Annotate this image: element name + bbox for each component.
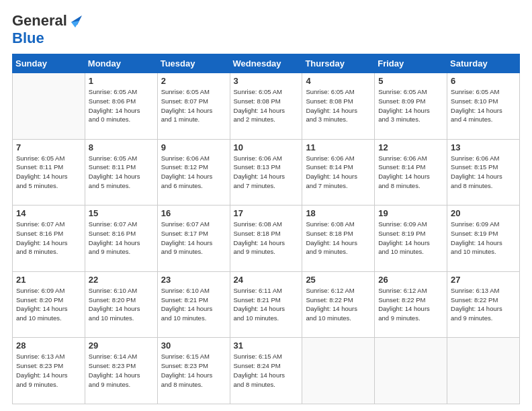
day-number: 1 [89, 76, 154, 86]
calendar-cell: 25Sunrise: 6:12 AM Sunset: 8:22 PM Dayli… [302, 271, 375, 338]
day-info: Sunrise: 6:12 AM Sunset: 8:22 PM Dayligh… [306, 286, 371, 323]
calendar-cell: 28Sunrise: 6:13 AM Sunset: 8:23 PM Dayli… [13, 338, 85, 404]
calendar-cell: 11Sunrise: 6:06 AM Sunset: 8:14 PM Dayli… [302, 139, 375, 205]
weekday-header: Friday [375, 54, 447, 73]
day-number: 21 [16, 275, 81, 285]
day-number: 20 [451, 208, 516, 218]
day-number: 12 [378, 142, 443, 152]
calendar-cell: 19Sunrise: 6:09 AM Sunset: 8:19 PM Dayli… [375, 205, 447, 272]
day-info: Sunrise: 6:15 AM Sunset: 8:23 PM Dayligh… [161, 352, 226, 389]
day-number: 7 [16, 142, 81, 152]
day-number: 24 [234, 275, 299, 285]
day-number: 28 [16, 340, 81, 351]
calendar-cell: 16Sunrise: 6:07 AM Sunset: 8:17 PM Dayli… [157, 205, 230, 272]
day-number: 9 [161, 142, 226, 152]
day-info: Sunrise: 6:05 AM Sunset: 8:10 PM Dayligh… [451, 87, 516, 124]
day-info: Sunrise: 6:09 AM Sunset: 8:19 PM Dayligh… [378, 220, 443, 257]
calendar-cell [302, 338, 375, 404]
day-number: 30 [161, 340, 226, 351]
day-number: 13 [451, 142, 516, 152]
day-info: Sunrise: 6:11 AM Sunset: 8:21 PM Dayligh… [234, 286, 299, 323]
calendar-cell: 2Sunrise: 6:05 AM Sunset: 8:07 PM Daylig… [157, 73, 230, 140]
day-number: 16 [161, 208, 226, 218]
calendar-cell: 22Sunrise: 6:10 AM Sunset: 8:20 PM Dayli… [85, 271, 157, 338]
page: GeneralBlue SundayMondayTuesdayWednesday… [0, 0, 532, 411]
calendar-cell: 8Sunrise: 6:05 AM Sunset: 8:11 PM Daylig… [85, 139, 157, 205]
calendar-week-row: 7Sunrise: 6:05 AM Sunset: 8:11 PM Daylig… [13, 139, 520, 205]
day-number: 5 [378, 76, 443, 86]
weekday-header: Sunday [13, 54, 85, 73]
day-info: Sunrise: 6:10 AM Sunset: 8:20 PM Dayligh… [89, 286, 154, 323]
day-info: Sunrise: 6:07 AM Sunset: 8:17 PM Dayligh… [161, 220, 226, 257]
calendar-cell: 10Sunrise: 6:06 AM Sunset: 8:13 PM Dayli… [230, 139, 302, 205]
calendar-cell: 21Sunrise: 6:09 AM Sunset: 8:20 PM Dayli… [13, 271, 85, 338]
calendar-cell: 1Sunrise: 6:05 AM Sunset: 8:06 PM Daylig… [85, 73, 157, 140]
day-info: Sunrise: 6:06 AM Sunset: 8:14 PM Dayligh… [378, 154, 443, 191]
day-info: Sunrise: 6:06 AM Sunset: 8:15 PM Dayligh… [451, 154, 516, 191]
day-number: 2 [161, 76, 226, 86]
day-info: Sunrise: 6:07 AM Sunset: 8:16 PM Dayligh… [16, 220, 81, 257]
weekday-header: Saturday [447, 54, 520, 73]
calendar-cell: 5Sunrise: 6:05 AM Sunset: 8:09 PM Daylig… [375, 73, 447, 140]
calendar-cell: 17Sunrise: 6:08 AM Sunset: 8:18 PM Dayli… [230, 205, 302, 272]
calendar-cell: 29Sunrise: 6:14 AM Sunset: 8:23 PM Dayli… [85, 338, 157, 404]
weekday-header: Thursday [302, 54, 375, 73]
day-info: Sunrise: 6:05 AM Sunset: 8:08 PM Dayligh… [306, 87, 371, 124]
weekday-header: Tuesday [157, 54, 230, 73]
day-number: 8 [89, 142, 154, 152]
day-number: 15 [89, 208, 154, 218]
header: GeneralBlue [12, 12, 520, 47]
calendar-cell [13, 73, 85, 140]
day-number: 26 [378, 275, 443, 285]
day-number: 18 [306, 208, 371, 218]
calendar-cell: 9Sunrise: 6:06 AM Sunset: 8:12 PM Daylig… [157, 139, 230, 205]
day-info: Sunrise: 6:08 AM Sunset: 8:18 PM Dayligh… [306, 220, 371, 257]
weekday-header: Wednesday [230, 54, 302, 73]
day-info: Sunrise: 6:09 AM Sunset: 8:20 PM Dayligh… [16, 286, 81, 323]
calendar-cell: 3Sunrise: 6:05 AM Sunset: 8:08 PM Daylig… [230, 73, 302, 140]
day-number: 31 [234, 340, 299, 351]
calendar-cell: 7Sunrise: 6:05 AM Sunset: 8:11 PM Daylig… [13, 139, 85, 205]
day-info: Sunrise: 6:13 AM Sunset: 8:23 PM Dayligh… [16, 352, 81, 389]
day-number: 6 [451, 76, 516, 86]
day-info: Sunrise: 6:14 AM Sunset: 8:23 PM Dayligh… [89, 352, 154, 389]
day-info: Sunrise: 6:12 AM Sunset: 8:22 PM Dayligh… [378, 286, 443, 323]
calendar-cell: 31Sunrise: 6:15 AM Sunset: 8:24 PM Dayli… [230, 338, 302, 404]
calendar-cell: 23Sunrise: 6:10 AM Sunset: 8:21 PM Dayli… [157, 271, 230, 338]
logo: GeneralBlue [12, 12, 83, 47]
calendar-cell: 12Sunrise: 6:06 AM Sunset: 8:14 PM Dayli… [375, 139, 447, 205]
day-number: 4 [306, 76, 371, 86]
calendar-cell: 30Sunrise: 6:15 AM Sunset: 8:23 PM Dayli… [157, 338, 230, 404]
calendar-cell: 6Sunrise: 6:05 AM Sunset: 8:10 PM Daylig… [447, 73, 520, 140]
calendar-cell: 4Sunrise: 6:05 AM Sunset: 8:08 PM Daylig… [302, 73, 375, 140]
day-info: Sunrise: 6:10 AM Sunset: 8:21 PM Dayligh… [161, 286, 226, 323]
day-info: Sunrise: 6:05 AM Sunset: 8:08 PM Dayligh… [234, 87, 299, 124]
calendar-week-row: 28Sunrise: 6:13 AM Sunset: 8:23 PM Dayli… [13, 338, 520, 404]
calendar-header-row: SundayMondayTuesdayWednesdayThursdayFrid… [13, 54, 520, 73]
calendar-cell [447, 338, 520, 404]
day-info: Sunrise: 6:05 AM Sunset: 8:09 PM Dayligh… [378, 87, 443, 124]
day-number: 22 [89, 275, 154, 285]
day-number: 11 [306, 142, 371, 152]
day-number: 17 [234, 208, 299, 218]
day-info: Sunrise: 6:05 AM Sunset: 8:11 PM Dayligh… [89, 154, 154, 191]
day-number: 19 [378, 208, 443, 218]
calendar-cell: 18Sunrise: 6:08 AM Sunset: 8:18 PM Dayli… [302, 205, 375, 272]
day-info: Sunrise: 6:07 AM Sunset: 8:16 PM Dayligh… [89, 220, 154, 257]
calendar-cell: 24Sunrise: 6:11 AM Sunset: 8:21 PM Dayli… [230, 271, 302, 338]
day-number: 10 [234, 142, 299, 152]
logo-blue: Blue [12, 30, 44, 47]
day-number: 25 [306, 275, 371, 285]
day-info: Sunrise: 6:08 AM Sunset: 8:18 PM Dayligh… [234, 220, 299, 257]
day-info: Sunrise: 6:05 AM Sunset: 8:11 PM Dayligh… [16, 154, 81, 191]
logo-general: General [12, 12, 67, 30]
day-info: Sunrise: 6:09 AM Sunset: 8:19 PM Dayligh… [451, 220, 516, 257]
calendar-week-row: 21Sunrise: 6:09 AM Sunset: 8:20 PM Dayli… [13, 271, 520, 338]
day-info: Sunrise: 6:13 AM Sunset: 8:22 PM Dayligh… [451, 286, 516, 323]
day-number: 29 [89, 340, 154, 351]
calendar-cell: 20Sunrise: 6:09 AM Sunset: 8:19 PM Dayli… [447, 205, 520, 272]
calendar-cell [375, 338, 447, 404]
day-info: Sunrise: 6:05 AM Sunset: 8:06 PM Dayligh… [89, 87, 154, 124]
calendar-cell: 27Sunrise: 6:13 AM Sunset: 8:22 PM Dayli… [447, 271, 520, 338]
calendar-cell: 14Sunrise: 6:07 AM Sunset: 8:16 PM Dayli… [13, 205, 85, 272]
